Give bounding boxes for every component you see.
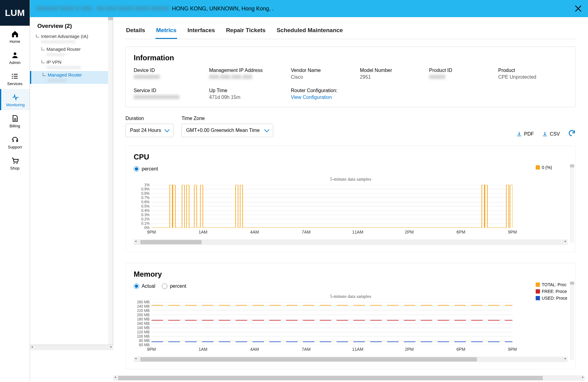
top-bar: XXXXXX XXXX X XXX · XX XXX XXXX XXXX XXX…	[30, 0, 588, 17]
y-tick: 1%	[144, 183, 150, 187]
tab-details[interactable]: Details	[125, 23, 146, 39]
nav-item-monitoring[interactable]: Monitoring	[0, 89, 30, 110]
overview-title: Overview (2)	[30, 23, 113, 32]
x-tick: 11AM	[352, 347, 363, 352]
refresh-button[interactable]	[568, 129, 576, 137]
info-value: Cisco	[291, 73, 354, 80]
tab-bar: DetailsMetricsInterfacesRepair TicketsSc…	[125, 23, 576, 39]
tab-interfaces[interactable]: Interfaces	[187, 23, 216, 39]
nav-item-billing[interactable]: Billing	[0, 110, 30, 131]
nav-label: Shop	[0, 166, 30, 170]
nav-item-admin[interactable]: Admin	[0, 47, 30, 68]
nav-label: Support	[0, 145, 30, 149]
legend-label: TOTAL: Proc	[542, 282, 566, 287]
close-button[interactable]	[574, 4, 582, 14]
nav-item-shop[interactable]: Shop	[0, 152, 30, 174]
export-pdf-button[interactable]: PDF	[516, 131, 534, 137]
x-tick: 6PM	[456, 347, 465, 352]
x-tick: 9PM	[508, 230, 517, 234]
memory-hscroll[interactable]	[134, 357, 568, 362]
info-field: Router Configuration:View Configuration	[291, 88, 354, 100]
memory-radio-actual-label: Actual	[142, 283, 155, 289]
nav-item-home[interactable]: Home	[0, 26, 30, 47]
information-title: Information	[134, 54, 568, 62]
memory-radio-percent-label: percent	[170, 283, 186, 289]
memory-radio-percent[interactable]: percent	[162, 283, 186, 289]
info-field: Up Time471d 09h 15m	[209, 88, 285, 100]
x-tick: 1AM	[199, 230, 207, 234]
main-hscroll[interactable]	[113, 375, 585, 381]
x-tick: 9PM	[147, 230, 156, 234]
memory-chart-card: Memory Actual percent 5-minute data samp…	[125, 263, 576, 369]
y-tick: 260 MB	[137, 300, 150, 304]
info-key: Router Configuration:	[291, 88, 354, 93]
tree-item[interactable]: IP VPNXXXXXXXXXXXXX	[30, 58, 113, 71]
memory-radio-percent-input[interactable]	[162, 283, 167, 289]
refresh-icon	[568, 129, 576, 137]
x-tick: 6PM	[456, 230, 465, 234]
legend-swatch	[536, 283, 540, 287]
info-key: Up Time	[209, 88, 285, 93]
tree-item[interactable]: Managed RouterXXXXXXX	[30, 71, 113, 84]
x-tick: 4AM	[250, 230, 259, 234]
y-tick: 0.7%	[141, 196, 150, 200]
legend-swatch	[536, 165, 540, 170]
tree-item[interactable]: Internet Advantage (IA)XXXXXXXXXXXXX	[30, 32, 113, 45]
info-value: 471d 09h 15m	[209, 93, 285, 100]
y-tick: 140 MB	[137, 326, 150, 330]
y-tick: 180 MB	[137, 317, 150, 321]
timezone-select[interactable]: GMT+0.00 Greenwich Mean Time	[181, 124, 273, 137]
timezone-label: Time Zone	[181, 116, 273, 121]
cpu-radio-percent-input[interactable]	[134, 166, 139, 172]
info-value: XXX.XXX.XXX.XXX	[209, 73, 285, 80]
timezone-control: Time Zone GMT+0.00 Greenwich Mean Time	[181, 116, 273, 137]
cpu-radio-percent[interactable]: percent	[134, 166, 158, 172]
duration-label: Duration	[125, 116, 173, 121]
legend-label: USED: Proce	[542, 296, 567, 301]
tab-repair-tickets[interactable]: Repair Tickets	[225, 23, 266, 39]
y-tick: 0.9%	[141, 187, 150, 191]
info-field: Service IDXXXXXXXXXXXXXX	[134, 88, 203, 100]
cpu-plot	[151, 185, 512, 228]
cpu-subtitle: 5-minute data samples	[134, 175, 568, 183]
export-csv-button[interactable]: CSV	[542, 131, 560, 137]
info-field: ProductCPE Unprotected	[498, 68, 568, 80]
legend-swatch	[536, 296, 540, 300]
main-panel: DetailsMetricsInterfacesRepair TicketsSc…	[113, 17, 588, 382]
svg-point-0	[13, 52, 16, 55]
controls-row: Duration Past 24 Hours Time Zone GMT+0.0…	[125, 116, 576, 137]
legend-item: USED: Proce	[536, 296, 569, 301]
info-value[interactable]: View Configuration	[291, 93, 354, 100]
memory-vscroll[interactable]	[570, 282, 574, 360]
headset-icon	[11, 136, 19, 144]
info-key: Product ID	[429, 68, 492, 73]
memory-radio-actual-input[interactable]	[134, 283, 139, 289]
tree-scrollbar[interactable]	[108, 17, 113, 345]
svg-point-5	[12, 76, 13, 77]
pulse-icon	[12, 93, 20, 101]
close-icon	[574, 4, 582, 13]
nav-item-services[interactable]: Services	[0, 68, 30, 89]
csv-label: CSV	[550, 131, 560, 137]
cart-icon	[11, 157, 19, 165]
memory-plot	[151, 302, 512, 345]
cpu-radio-percent-label: percent	[142, 166, 158, 172]
home-icon	[11, 30, 19, 38]
cpu-hscroll[interactable]	[134, 239, 568, 245]
duration-select[interactable]: Past 24 Hours	[125, 124, 173, 137]
tab-metrics[interactable]: Metrics	[155, 23, 177, 39]
tree-hscroll[interactable]	[30, 345, 113, 350]
nav-label: Monitoring	[1, 103, 30, 107]
tab-scheduled-maintenance[interactable]: Scheduled Maintenance	[276, 23, 343, 39]
cpu-vscroll[interactable]	[570, 164, 574, 242]
legend-label: 0 (%)	[542, 165, 552, 170]
information-card: Information Device IDXXXXXXXXManagement …	[125, 47, 576, 107]
cpu-chart-card: CPU percent 5-minute data samples 1%0.9%…	[125, 146, 576, 252]
memory-radio-actual[interactable]: Actual	[134, 283, 155, 289]
tree-item[interactable]: Managed RouterXXXXXXX	[30, 45, 113, 58]
doc-icon	[11, 114, 19, 122]
y-tick: 200 MB	[137, 313, 150, 317]
nav-item-support[interactable]: Support	[0, 131, 30, 152]
x-tick: 7AM	[302, 347, 311, 352]
nav-label: Services	[0, 81, 30, 86]
